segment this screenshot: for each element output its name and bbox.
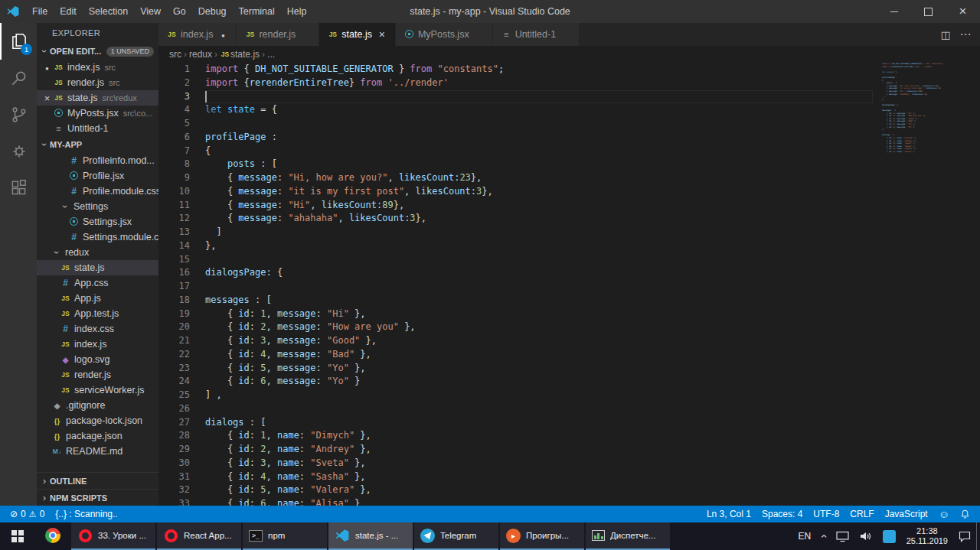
file-serviceWorker.js[interactable]: serviceWorker.js xyxy=(37,382,158,398)
code-line[interactable]: 31 { id: 4, name: "Sasha" }, xyxy=(158,470,873,484)
tree-header[interactable]: MY-APP xyxy=(37,136,158,153)
eslint-status[interactable]: {..} : Scanning.. xyxy=(50,506,122,522)
file-README.md[interactable]: README.md xyxy=(37,444,158,459)
breadcrumb-item[interactable]: src xyxy=(169,49,181,60)
minimize-button[interactable] xyxy=(877,0,911,23)
debug-icon[interactable] xyxy=(0,133,37,170)
code-line[interactable]: 26 xyxy=(158,402,873,416)
telegram-tray-icon[interactable] xyxy=(877,522,901,550)
file-App.js[interactable]: App.js xyxy=(37,291,158,306)
file-Profileinfo.mod...[interactable]: Profileinfo.mod... xyxy=(37,153,158,168)
code-line[interactable]: 8 posts : [ xyxy=(158,158,873,171)
taskbar-app-player[interactable]: Проигры... xyxy=(500,522,584,550)
code-line[interactable]: 2import {rerenderEntireTree} from '../re… xyxy=(158,76,873,90)
folder-redux[interactable]: redux xyxy=(37,245,158,260)
taskbar-app-terminal[interactable]: npm xyxy=(243,522,327,550)
file-App.test.js[interactable]: App.test.js xyxy=(37,306,158,321)
menu-view[interactable]: View xyxy=(134,0,167,23)
tab-state.js[interactable]: state.js xyxy=(319,23,396,46)
code-line[interactable]: 23 { id: 5, message: "Yo" }, xyxy=(158,362,873,376)
taskbar-app-opera[interactable]: React App... xyxy=(157,522,241,550)
menu-selection[interactable]: Selection xyxy=(83,0,134,23)
action-center-icon[interactable] xyxy=(953,522,976,550)
tab-render.js[interactable]: render.js xyxy=(237,23,319,46)
taskbar-app-taskmgr[interactable]: Диспетче... xyxy=(586,522,670,550)
problems-status[interactable]: 0 0 xyxy=(5,506,50,522)
open-editor-MyPosts.jsx[interactable]: MyPosts.jsxsrc\co... xyxy=(37,106,158,121)
breadcrumb-item[interactable]: redux xyxy=(189,49,212,60)
code-line[interactable]: 14}, xyxy=(158,239,873,253)
show-desktop-strip[interactable] xyxy=(976,522,980,550)
file-Settings.module.c...[interactable]: Settings.module.c... xyxy=(37,229,158,245)
file-index.css[interactable]: index.css xyxy=(37,321,158,337)
start-button[interactable] xyxy=(0,522,35,550)
taskbar-app-vscode[interactable]: state.js - ... xyxy=(328,522,413,550)
file-logo.svg[interactable]: logo.svg xyxy=(37,352,158,367)
code-line[interactable]: 5 xyxy=(158,117,873,131)
breadcrumb-item[interactable]: state.js xyxy=(220,49,260,60)
code-line[interactable]: 3 xyxy=(158,90,873,104)
code-line[interactable]: 10 { message: "it is my first post", lik… xyxy=(158,185,873,199)
code-line[interactable]: 32 { id: 5, name: "Valera" }, xyxy=(158,483,873,497)
open-editor-Untitled-1[interactable]: Untitled-1 xyxy=(37,121,158,136)
eol-status[interactable]: CRLF xyxy=(844,506,879,522)
encoding-status[interactable]: UTF-8 xyxy=(808,506,844,522)
tab-MyPosts.jsx[interactable]: MyPosts.jsx xyxy=(396,23,493,46)
menu-terminal[interactable]: Terminal xyxy=(233,0,281,23)
code-line[interactable]: 18messages : [ xyxy=(158,294,873,308)
close-icon[interactable] xyxy=(41,93,53,104)
volume-tray-icon[interactable] xyxy=(854,522,877,550)
file-App.css[interactable]: App.css xyxy=(37,275,158,291)
code-line[interactable]: 33 { id: 6, name: "Alisa" } xyxy=(158,497,873,506)
taskbar-chrome[interactable] xyxy=(36,522,70,550)
section-npm-scripts[interactable]: NPM SCRIPTS xyxy=(37,489,158,506)
code-line[interactable]: 15 xyxy=(158,253,873,267)
code-line[interactable]: 16dialogsPage: { xyxy=(158,266,873,280)
code-line[interactable]: 7{ xyxy=(158,145,873,158)
code-line[interactable]: 19 { id: 1, message: "Hi" }, xyxy=(158,308,873,321)
code-line[interactable]: 6profilePage : xyxy=(158,131,873,145)
code-line[interactable]: 17 xyxy=(158,280,873,294)
code-line[interactable]: 13 ] xyxy=(158,226,873,239)
file-Profile.module.css[interactable]: Profile.module.css xyxy=(37,184,158,199)
code-line[interactable]: 30 { id: 3, name: "Sveta" }, xyxy=(158,457,873,470)
menu-edit[interactable]: Edit xyxy=(54,0,83,23)
minimap[interactable]: import { DH_NOT_SUITABLE_GENERATOR } fro… xyxy=(882,63,972,154)
menu-go[interactable]: Go xyxy=(167,0,192,23)
code-line[interactable]: 24 { id: 6, message: "Yo" } xyxy=(158,375,873,389)
file-Settings.jsx[interactable]: Settings.jsx xyxy=(37,214,158,229)
language-indicator[interactable]: EN xyxy=(792,522,816,550)
code-line[interactable]: 27dialogs : [ xyxy=(158,416,873,430)
close-button[interactable] xyxy=(946,0,980,23)
open-editor-state.js[interactable]: state.jssrc\redux xyxy=(37,90,158,106)
code-line[interactable]: 20 { id: 2, message: "How are you" }, xyxy=(158,321,873,334)
open-editor-render.js[interactable]: render.jssrc xyxy=(37,75,158,90)
tab-index.js[interactable]: index.js xyxy=(158,23,237,46)
maximize-button[interactable] xyxy=(911,0,946,23)
more-actions-icon[interactable] xyxy=(957,28,974,41)
code-line[interactable]: 29 { id: 2, name: "Andrey" }, xyxy=(158,443,873,457)
taskbar-app-opera[interactable]: 33. Уроки ... xyxy=(71,522,155,550)
taskbar-clock[interactable]: 21:38 25.11.2019 xyxy=(901,522,953,550)
cursor-position[interactable]: Ln 3, Col 1 xyxy=(701,506,756,522)
menu-help[interactable]: Help xyxy=(281,0,313,23)
language-mode[interactable]: JavaScript xyxy=(880,506,933,522)
notifications-bell-icon[interactable] xyxy=(955,506,975,522)
tab-Untitled-1[interactable]: Untitled-1 xyxy=(493,23,580,46)
code-line[interactable]: 22 { id: 4, message: "Bad" }, xyxy=(158,348,873,362)
open-editor-index.js[interactable]: index.jssrc xyxy=(37,60,158,75)
file-state.js[interactable]: state.js xyxy=(37,260,158,275)
code-line[interactable]: 28 { id: 1, name: "Dimych" }, xyxy=(158,429,873,443)
section-outline[interactable]: OUTLINE xyxy=(37,472,158,489)
file-render.js[interactable]: render.js xyxy=(37,367,158,382)
file-package.json[interactable]: package.json xyxy=(37,428,158,444)
code-line[interactable]: 9 { message: "Hi, how are you?", likesCo… xyxy=(158,171,873,185)
menu-debug[interactable]: Debug xyxy=(192,0,233,23)
code-line[interactable]: 25] , xyxy=(158,389,873,402)
close-icon[interactable] xyxy=(377,28,387,41)
file-Profile.jsx[interactable]: Profile.jsx xyxy=(37,168,158,184)
code-editor[interactable]: 1import { DH_NOT_SUITABLE_GENERATOR } fr… xyxy=(158,63,980,506)
hidden-icons-chevron[interactable] xyxy=(816,522,831,550)
file-package-lock.json[interactable]: package-lock.json xyxy=(37,413,158,428)
file-.gitignore[interactable]: .gitignore xyxy=(37,398,158,413)
